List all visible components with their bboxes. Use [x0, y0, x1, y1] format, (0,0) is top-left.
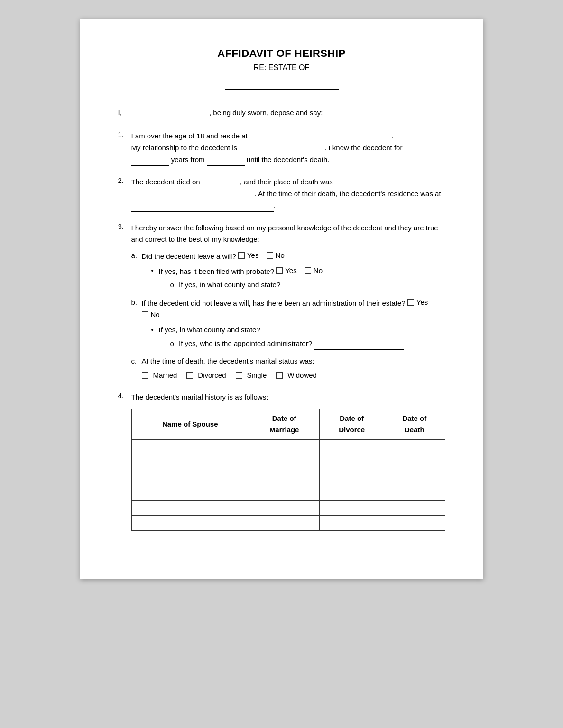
col-header-death: Date ofDeath — [384, 409, 445, 440]
item1-period: . — [392, 132, 394, 140]
list-content-4: The decedent's marital history is as fol… — [131, 391, 445, 531]
county-state-blank-b — [262, 324, 348, 336]
circle-sym-b: o — [170, 339, 174, 347]
death-place-blank — [131, 188, 255, 200]
list-item-2: 2. The decedent died on , and their plac… — [118, 176, 445, 212]
table-row — [131, 440, 445, 455]
cell-divorce-6 — [320, 516, 384, 531]
bullet-sym-b: • — [151, 324, 159, 336]
sub-b-content: If the decedent did not leave a will, ha… — [142, 297, 445, 350]
probate-yes-checkbox[interactable] — [276, 267, 283, 274]
sub-b-bullet: • If yes, in what county and state? o If… — [142, 324, 445, 350]
sub-a-content: Did the decedent leave a will? Yes No — [142, 250, 368, 291]
document-title: AFFIDAVIT OF HEIRSHIP — [118, 47, 445, 60]
sub-item-b: b. If the decedent did not leave a will,… — [131, 297, 445, 350]
circle-sub-b: o If yes, who is the appointed administr… — [159, 338, 405, 350]
intro-line: I, , being duly sworn, depose and say: — [118, 109, 445, 117]
list-num-3: 3. — [118, 222, 131, 230]
probate-text: If yes, has it been filed with probate? — [159, 267, 277, 275]
probate-no-label: No — [314, 265, 323, 276]
cell-death-4 — [384, 485, 445, 500]
death-date-blank — [202, 176, 240, 188]
numbered-list: 1. I am over the age of 18 and reside at… — [118, 130, 445, 531]
bullet-content-a: If yes, has it been filed with probate? … — [159, 265, 368, 291]
cell-spouse-5 — [131, 500, 249, 516]
item1-text4: years from — [169, 155, 207, 164]
sub-a-label: a. — [131, 250, 142, 261]
county-state-blank-a — [282, 279, 368, 291]
col-header-marriage: Date ofMarriage — [249, 409, 320, 440]
list-content-2: The decedent died on , and their place o… — [131, 176, 445, 212]
table-row — [131, 470, 445, 485]
cell-spouse-1 — [131, 440, 249, 455]
cell-divorce-1 — [320, 440, 384, 455]
from-blank — [207, 154, 245, 166]
marital-status-row: Married Divorced Single — [142, 370, 317, 381]
will-yes-label: Yes — [247, 250, 258, 261]
list-num-1: 1. — [118, 130, 131, 138]
county-state-text-b: If yes, in what county and state? — [159, 326, 262, 334]
marital-history-table: Name of Spouse Date ofMarriage Date ofDi… — [131, 409, 445, 531]
bullet-content-b: If yes, in what county and state? o If y… — [159, 324, 405, 350]
table-header-row: Name of Spouse Date ofMarriage Date ofDi… — [131, 409, 445, 440]
sub-c-row: c. At the time of death, the decedent's … — [131, 355, 445, 381]
item2-text3: . At the time of their death, the decede… — [255, 190, 441, 198]
document-subtitle: RE: ESTATE OF — [118, 64, 445, 72]
admin-yes-label: Yes — [416, 297, 428, 308]
widowed-checkbox[interactable] — [276, 372, 283, 379]
admin-no-checkbox[interactable] — [142, 311, 148, 318]
table-row — [131, 485, 445, 500]
admin-no-label: No — [151, 309, 160, 320]
table-row — [131, 516, 445, 531]
residence-blank — [131, 200, 274, 212]
marital-widowed: Widowed — [276, 370, 317, 381]
item4-text: The decedent's marital history is as fol… — [131, 393, 268, 401]
divorced-checkbox[interactable] — [186, 372, 193, 379]
years-blank — [131, 154, 169, 166]
col-header-divorce: Date ofDivorce — [320, 409, 384, 440]
list-num-4: 4. — [118, 391, 131, 400]
marital-married: Married — [142, 370, 177, 381]
cell-spouse-3 — [131, 470, 249, 485]
widowed-label: Widowed — [287, 370, 317, 381]
probate-no-option: No — [305, 265, 323, 276]
sub-b-text: If the decedent did not leave a will, ha… — [142, 299, 407, 307]
list-content-3: I hereby answer the following based on m… — [131, 222, 445, 381]
cell-spouse-2 — [131, 455, 249, 470]
reside-blank — [249, 130, 392, 142]
probate-no-checkbox[interactable] — [305, 267, 311, 274]
circle-sub-a: o If yes, in what county and state? — [159, 279, 368, 291]
affiant-name-blank — [124, 109, 209, 117]
cell-death-6 — [384, 516, 445, 531]
married-checkbox[interactable] — [142, 372, 148, 379]
circle-sym-a: o — [170, 281, 174, 289]
cell-death-5 — [384, 500, 445, 516]
cell-death-3 — [384, 470, 445, 485]
cell-divorce-2 — [320, 455, 384, 470]
sub-c-label: c. — [131, 355, 142, 367]
sub-c-text: At the time of death, the decedent's mar… — [142, 357, 314, 365]
will-no-option: No — [267, 250, 285, 261]
item1-text3: . I knew the decedent for — [324, 144, 402, 152]
list-item-1: 1. I am over the age of 18 and reside at… — [118, 130, 445, 166]
sub-c-content: At the time of death, the decedent's mar… — [142, 355, 317, 381]
relationship-blank — [239, 142, 324, 154]
will-no-checkbox[interactable] — [267, 252, 273, 259]
marital-single: Single — [236, 370, 267, 381]
cell-spouse-6 — [131, 516, 249, 531]
item2-text1: The decedent died on — [131, 178, 202, 186]
sub-a-text: Did the decedent leave a will? — [142, 252, 238, 260]
bullet-sym-a: • — [151, 265, 159, 276]
admin-blank — [314, 338, 404, 350]
will-yes-checkbox[interactable] — [238, 252, 245, 259]
cell-marriage-2 — [249, 455, 320, 470]
cell-spouse-4 — [131, 485, 249, 500]
admin-yes-checkbox[interactable] — [407, 299, 414, 306]
will-no-label: No — [276, 250, 285, 261]
cell-marriage-6 — [249, 516, 320, 531]
single-checkbox[interactable] — [236, 372, 242, 379]
item1-text2: My relationship to the decedent is — [131, 144, 240, 152]
cell-death-2 — [384, 455, 445, 470]
probate-yes-label: Yes — [285, 265, 296, 276]
will-yes-option: Yes — [238, 250, 258, 261]
